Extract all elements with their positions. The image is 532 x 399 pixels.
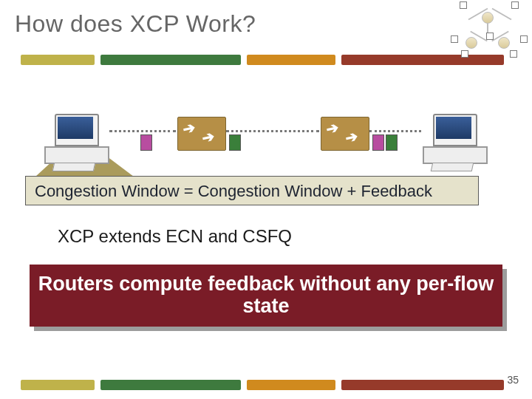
host-left-icon [44, 114, 106, 167]
formula-box: Congestion Window = Congestion Window + … [25, 176, 479, 205]
packet-a-icon [140, 134, 152, 151]
caption-text: XCP extends ECN and CSFQ [58, 226, 292, 247]
banner-text: Routers compute feedback without any per… [30, 273, 502, 317]
divider-bottom [21, 380, 511, 390]
slide-title: How does XCP Work? [15, 10, 256, 38]
highlight-banner: Routers compute feedback without any per… [30, 265, 502, 327]
link-2-icon [226, 130, 319, 132]
slide-number: 35 [507, 374, 519, 386]
host-right-icon [423, 114, 485, 167]
packet-b-icon [229, 134, 241, 151]
link-1-icon [109, 130, 176, 132]
corner-network-icon [451, 0, 532, 59]
divider-top [21, 55, 511, 65]
router-2-icon: ➔➔ [321, 117, 369, 151]
router-1-icon: ➔➔ [177, 117, 226, 151]
packet-c-icon [372, 134, 384, 151]
link-3-icon [369, 130, 421, 132]
packet-d-icon [386, 134, 398, 151]
